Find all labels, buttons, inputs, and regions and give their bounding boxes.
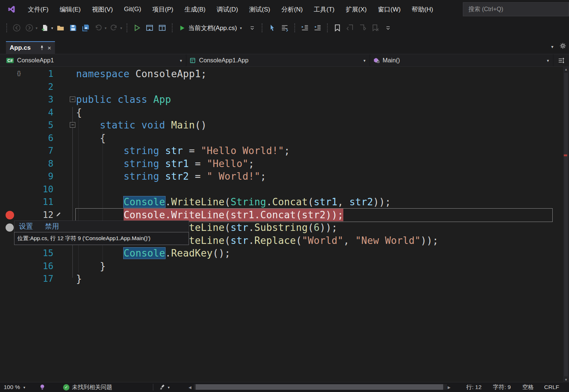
code-text: public class App: [76, 93, 171, 106]
horizontal-scrollbar-thumb[interactable]: [196, 384, 443, 390]
line-number: 12: [16, 209, 53, 222]
code-indent: [76, 119, 100, 132]
horizontal-scrollbar[interactable]: [188, 382, 453, 392]
tab-app-cs[interactable]: App.cs ×: [6, 41, 55, 54]
menu-item-11[interactable]: 窗口(W): [372, 0, 406, 19]
previous-bookmark-icon[interactable]: [344, 22, 356, 33]
menu-item-12[interactable]: 帮助(H): [406, 0, 439, 19]
next-bookmark-icon[interactable]: [357, 22, 368, 33]
scroll-up-icon[interactable]: ▲: [563, 68, 569, 71]
close-icon[interactable]: ×: [48, 45, 51, 51]
line-number: 5: [16, 119, 53, 132]
vertical-scrollbar-thumb[interactable]: [564, 73, 568, 376]
nav-project-dropdown[interactable]: C# ConsoleApp1 ▾: [0, 54, 186, 66]
undo-icon[interactable]: [93, 22, 104, 33]
start-without-debugging-icon[interactable]: [131, 22, 143, 33]
code-line-15[interactable]: 15 Console.ReadKey();: [0, 247, 563, 260]
code-line-7[interactable]: 7 string str = "Hello World!";: [0, 144, 563, 157]
status-eol[interactable]: CRLF: [544, 382, 559, 392]
code-line-5[interactable]: 5− static void Main(): [0, 119, 563, 132]
menu-bar: 文件(F)编辑(E)视图(V)Git(G)项目(P)生成(B)调试(D)测试(S…: [0, 0, 569, 19]
status-spaces[interactable]: 空格: [522, 382, 534, 392]
menu-item-3[interactable]: Git(G): [118, 0, 147, 19]
code-line-16[interactable]: 16 }: [0, 260, 563, 273]
collapse-region-icon[interactable]: −: [70, 97, 75, 102]
selection-lines-icon[interactable]: [279, 22, 290, 33]
gear-icon[interactable]: [560, 43, 566, 49]
line-number: 3: [16, 93, 53, 106]
scroll-down-icon[interactable]: ▼: [563, 378, 569, 382]
code-line-8[interactable]: 8 string str1 = "Hello";: [0, 157, 563, 170]
code-line-6[interactable]: 6 {: [0, 132, 563, 145]
menu-item-0[interactable]: 文件(F): [22, 0, 54, 19]
status-bar: 100 % ▾ ✓ 未找到相关问题 ▾ ◀ ▶ 行: 12 字符: 9 空格 C…: [0, 382, 569, 392]
code-line-10[interactable]: 10: [0, 183, 563, 196]
check-icon[interactable]: ✓: [63, 382, 69, 392]
code-line-3[interactable]: 3−public class App: [0, 93, 563, 106]
run-target-label: 当前文档(App.cs): [188, 24, 237, 32]
hscroll-right-icon[interactable]: ▶: [448, 382, 451, 392]
vs-logo-icon[interactable]: [7, 5, 16, 13]
menu-item-8[interactable]: 分析(N): [276, 0, 308, 19]
tab-list-chevron-icon[interactable]: ▾: [551, 44, 553, 49]
line-number: 16: [16, 260, 53, 273]
nav-type-dropdown[interactable]: ConsoleApp1.App ▾: [186, 54, 370, 66]
navigate-forward-icon[interactable]: [24, 22, 35, 33]
menu-item-2[interactable]: 视图(V): [86, 0, 118, 19]
toggle-bookmark-icon[interactable]: [332, 22, 343, 33]
problems-status[interactable]: 未找到相关问题: [72, 382, 112, 392]
zoom-selector[interactable]: 100 % ▾: [4, 382, 26, 392]
intellicode-icon[interactable]: [39, 382, 45, 392]
code-cleanup-button[interactable]: ▾: [160, 382, 171, 392]
open-file-icon[interactable]: [55, 22, 66, 33]
indent-icon[interactable]: [299, 22, 310, 33]
line-number: 15: [16, 247, 53, 260]
redo-icon[interactable]: [108, 22, 120, 33]
breakpoint-icon[interactable]: [6, 211, 14, 219]
pointer-mode-icon[interactable]: [266, 22, 278, 33]
save-all-icon[interactable]: [80, 22, 91, 33]
navigate-back-icon[interactable]: [11, 22, 22, 33]
code-indent: [76, 209, 124, 222]
menu-item-4[interactable]: 项目(P): [147, 0, 179, 19]
status-line[interactable]: 行: 12: [466, 382, 481, 392]
breakpoint-ghost-icon[interactable]: [6, 223, 14, 232]
code-line-1[interactable]: 1namespace ConsoleApp1;: [0, 68, 563, 81]
breakpoint-settings-link[interactable]: 设置: [19, 222, 33, 231]
vertical-scrollbar[interactable]: ▲ ▼: [563, 67, 569, 382]
toolbar-overflow-icon[interactable]: [246, 22, 258, 33]
menu-item-9[interactable]: 工具(T): [308, 0, 340, 19]
outdent-icon[interactable]: [312, 22, 323, 33]
menu-item-5[interactable]: 生成(B): [179, 0, 211, 19]
live-preview-icon[interactable]: [144, 22, 155, 33]
code-line-9[interactable]: 9 string str2 = " World!";: [0, 170, 563, 183]
menu-item-7[interactable]: 测试(S): [243, 0, 276, 19]
quick-search-box[interactable]: 搜索 (Ctrl+Q): [463, 2, 569, 16]
line-number: 8: [16, 157, 53, 170]
horizontal-scrollbar-track[interactable]: [194, 384, 447, 390]
bookmark-overflow-icon[interactable]: [382, 22, 393, 33]
pin-icon[interactable]: [40, 45, 44, 50]
menu-item-6[interactable]: 调试(D): [211, 0, 244, 19]
status-column[interactable]: 字符: 9: [493, 382, 511, 392]
new-project-icon[interactable]: [39, 22, 50, 33]
code-line-4[interactable]: 4{: [0, 106, 563, 119]
code-indent: [76, 144, 124, 157]
code-line-17[interactable]: 17}: [0, 272, 563, 285]
toolbar-grip: [127, 23, 127, 32]
breakpoint-disable-link[interactable]: 禁用: [45, 222, 59, 231]
run-target-button[interactable]: 当前文档(App.cs)▾: [176, 23, 246, 33]
code-line-12[interactable]: 12 Console.WriteLine(str1.Concat(str2));: [0, 209, 563, 222]
save-icon[interactable]: [68, 22, 79, 33]
menu-item-1[interactable]: 编辑(E): [54, 0, 86, 19]
collapse-region-icon[interactable]: −: [70, 122, 75, 128]
menu-item-10[interactable]: 扩展(X): [340, 0, 372, 19]
code-line-11[interactable]: 11 Console.WriteLine(String.Concat(str1,…: [0, 196, 563, 209]
nav-member-dropdown[interactable]: Main() ▾: [370, 54, 553, 66]
toolbar-grip: [6, 23, 7, 32]
browser-window-icon[interactable]: [157, 22, 168, 33]
editor-split-icon[interactable]: [553, 54, 569, 66]
clear-bookmarks-icon[interactable]: [370, 22, 381, 33]
code-line-2[interactable]: 2: [0, 81, 563, 94]
code-editor[interactable]: {} 1namespace ConsoleApp1;23−public clas…: [0, 67, 569, 382]
